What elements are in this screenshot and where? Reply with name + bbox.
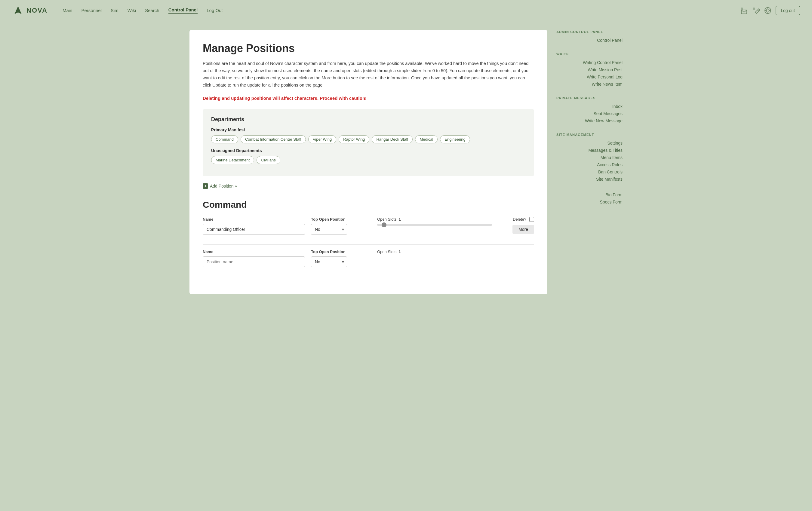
- sidebar-link-sent[interactable]: Sent Messages: [556, 110, 622, 117]
- sidebar-section-site: SITE MANAGEMENT Settings Messages & Titl…: [556, 133, 622, 183]
- sidebar: ADMIN CONTROL PANEL Control Panel WRITE …: [556, 30, 622, 294]
- nav-link-main[interactable]: Main: [63, 8, 72, 13]
- dept-tag-raptor[interactable]: Raptor Wing: [339, 135, 369, 143]
- nav-link-personnel[interactable]: Personnel: [81, 8, 102, 13]
- sidebar-section-title-messages: PRIVATE MESSAGES: [556, 96, 622, 100]
- top-open-container-2: Top Open Position No Yes ▾: [311, 249, 371, 267]
- top-navigation: NOVA Main Personnel Sim Wiki Search Cont…: [0, 0, 812, 21]
- departments-title: Departments: [211, 116, 526, 123]
- sidebar-link-writing-control[interactable]: Writing Control Panel: [556, 59, 622, 66]
- dept-tag-command[interactable]: Command: [211, 135, 238, 143]
- dept-tag-medical[interactable]: Medical: [415, 135, 438, 143]
- page-description: Positions are the heart and soul of Nova…: [203, 60, 534, 89]
- sidebar-link-messages-titles[interactable]: Messages & Titles: [556, 147, 622, 154]
- name-label-1: Name: [203, 217, 305, 221]
- main-container: Manage Positions Positions are the heart…: [180, 30, 632, 294]
- dept-tag-cic[interactable]: Combat Information Center Staff: [240, 135, 306, 143]
- select-wrapper-1: No Yes ▾: [311, 224, 347, 235]
- primary-manifest-label: Primary Manifest: [211, 127, 526, 132]
- dept-tag-engineering[interactable]: Engineering: [440, 135, 470, 143]
- dept-tag-marine[interactable]: Marine Detachment: [211, 156, 254, 164]
- sidebar-link-new-message[interactable]: Write New Message: [556, 117, 622, 124]
- sidebar-link-site-manifests[interactable]: Site Manifests: [556, 176, 622, 183]
- dept-tag-viper[interactable]: Viper Wing: [308, 135, 336, 143]
- unassigned-tags: Marine Detachment Civilians: [211, 156, 526, 164]
- mail-dot-icon[interactable]: [740, 6, 748, 15]
- slots-slider-1[interactable]: [377, 224, 492, 226]
- position-row-1-header: Name Top Open Position No Yes ▾: [203, 217, 534, 235]
- svg-point-1: [741, 7, 743, 10]
- slider-container-1: [377, 224, 492, 226]
- delete-area-1: Delete? More: [498, 217, 534, 234]
- top-open-select-2[interactable]: No Yes: [311, 257, 347, 267]
- open-slots-value-2: 1: [399, 249, 401, 254]
- add-position-link[interactable]: + Add Position »: [203, 183, 534, 189]
- sidebar-section-messages: PRIVATE MESSAGES Inbox Sent Messages Wri…: [556, 96, 622, 124]
- sidebar-section-title-admin: ADMIN CONTROL PANEL: [556, 30, 622, 34]
- name-input-2[interactable]: [203, 257, 305, 267]
- top-open-label-1: Top Open Position: [311, 217, 371, 221]
- open-slots-label-2: Open Slots: 1: [377, 249, 492, 254]
- sidebar-section-forms: Bio Form Specs Form: [556, 191, 622, 206]
- sidebar-section-title-write: WRITE: [556, 52, 622, 56]
- delete-checkbox-1[interactable]: [529, 217, 534, 222]
- open-slots-label-1: Open Slots: 1: [377, 217, 492, 221]
- sidebar-link-bio-form[interactable]: Bio Form: [556, 191, 622, 199]
- top-open-select-1[interactable]: No Yes: [311, 224, 347, 235]
- sidebar-link-access-roles[interactable]: Access Roles: [556, 161, 622, 168]
- sidebar-link-specs-form[interactable]: Specs Form: [556, 199, 622, 206]
- sidebar-section-write: WRITE Writing Control Panel Write Missio…: [556, 52, 622, 88]
- sidebar-link-ban-controls[interactable]: Ban Controls: [556, 168, 622, 176]
- nav-link-controlpanel[interactable]: Control Panel: [168, 7, 198, 13]
- delete-label-1: Delete?: [513, 217, 526, 221]
- top-open-container: Top Open Position No Yes ▾: [311, 217, 371, 235]
- sidebar-link-write-personal[interactable]: Write Personal Log: [556, 73, 622, 81]
- content-area: Manage Positions Positions are the heart…: [190, 30, 547, 294]
- open-slots-container-2: Open Slots: 1: [377, 249, 492, 257]
- target-icon[interactable]: [763, 6, 772, 15]
- departments-box: Departments Primary Manifest Command Com…: [203, 109, 534, 176]
- page-title: Manage Positions: [203, 42, 534, 55]
- top-open-label-2: Top Open Position: [311, 249, 371, 254]
- nav-link-logout[interactable]: Log Out: [207, 8, 223, 13]
- sidebar-section-title-site: SITE MANAGEMENT: [556, 133, 622, 137]
- name-label-2: Name: [203, 249, 305, 254]
- select-wrapper-2: No Yes ▾: [311, 257, 347, 267]
- warning-text: Deleting and updating positions will aff…: [203, 96, 534, 101]
- logo[interactable]: NOVA: [12, 4, 48, 17]
- more-button-1[interactable]: More: [513, 225, 534, 234]
- svg-point-5: [766, 9, 769, 12]
- command-section-title: Command: [203, 200, 534, 210]
- delete-row-1: Delete?: [513, 217, 534, 222]
- nav-link-search[interactable]: Search: [145, 8, 160, 13]
- unassigned-label: Unassigned Departments: [211, 148, 526, 153]
- svg-marker-0: [14, 6, 22, 14]
- add-position-label: Add Position »: [210, 184, 237, 188]
- name-input-1[interactable]: [203, 224, 305, 235]
- logout-button[interactable]: Log out: [776, 6, 800, 15]
- edit-dot-icon[interactable]: [752, 6, 760, 15]
- position-row-1: Name Top Open Position No Yes ▾: [203, 217, 534, 245]
- sidebar-link-inbox[interactable]: Inbox: [556, 103, 622, 110]
- nav-link-wiki[interactable]: Wiki: [127, 8, 136, 13]
- nav-icons: Log out: [740, 6, 800, 15]
- open-slots-value-1: 1: [399, 217, 401, 221]
- sidebar-link-menu-items[interactable]: Menu Items: [556, 154, 622, 161]
- sidebar-link-control-panel[interactable]: Control Panel: [556, 37, 622, 44]
- add-position-icon: +: [203, 183, 208, 189]
- sidebar-link-write-news[interactable]: Write News Item: [556, 81, 622, 88]
- logo-text: NOVA: [26, 7, 48, 14]
- dept-tag-hangar[interactable]: Hangar Deck Staff: [372, 135, 413, 143]
- sidebar-link-settings[interactable]: Settings: [556, 140, 622, 147]
- position-row-2-header: Name Top Open Position No Yes ▾: [203, 249, 534, 267]
- open-slots-container-1: Open Slots: 1: [377, 217, 492, 226]
- sidebar-link-write-mission[interactable]: Write Mission Post: [556, 66, 622, 73]
- svg-point-3: [753, 7, 755, 10]
- primary-tags: Command Combat Information Center Staff …: [211, 135, 526, 143]
- nav-link-sim[interactable]: Sim: [111, 8, 118, 13]
- position-row-2: Name Top Open Position No Yes ▾: [203, 249, 534, 277]
- name-field-container: Name: [203, 217, 305, 235]
- nav-links: Main Personnel Sim Wiki Search Control P…: [63, 7, 740, 13]
- dept-tag-civilians[interactable]: Civilians: [257, 156, 280, 164]
- name-field-container-2: Name: [203, 249, 305, 267]
